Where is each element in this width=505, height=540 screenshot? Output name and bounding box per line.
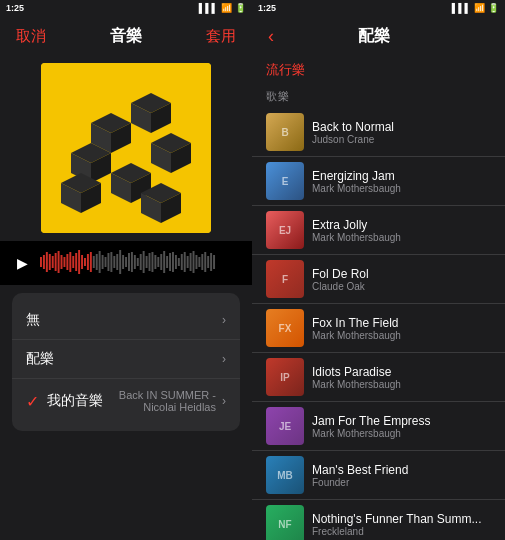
song-artist-back-to-normal: Judson Crane — [312, 134, 491, 145]
song-artist-fox-in-the-field: Mark Mothersbaugh — [312, 330, 491, 341]
right-status-bar: 1:25 ▌▌▌ 📶 🔋 — [252, 0, 505, 14]
song-info-extra-jolly: Extra JollyMark Mothersbaugh — [312, 218, 491, 243]
svg-rect-65 — [166, 256, 168, 268]
svg-rect-70 — [181, 254, 183, 270]
svg-rect-48 — [116, 254, 118, 270]
song-item-idiots-paradise[interactable]: IPIdiots ParadiseMark Mothersbaugh — [252, 353, 505, 402]
song-thumb-energizing-jam: E — [266, 162, 304, 200]
right-header: ‹ 配樂 — [252, 14, 505, 55]
apply-button[interactable]: 套用 — [206, 27, 236, 46]
song-item-nothings-funner[interactable]: NFNothing's Funner Than Summ...Frecklela… — [252, 500, 505, 540]
song-info-fol-de-rol: Fol De RolClaude Oak — [312, 267, 491, 292]
svg-rect-69 — [178, 258, 180, 266]
right-time: 1:25 — [258, 3, 276, 13]
svg-rect-39 — [90, 252, 92, 272]
svg-rect-72 — [187, 256, 189, 268]
song-artist-mans-best-friend: Founder — [312, 477, 491, 488]
song-item-energizing-jam[interactable]: EEnergizing JamMark Mothersbaugh — [252, 157, 505, 206]
svg-rect-54 — [134, 255, 136, 269]
svg-rect-60 — [151, 252, 153, 272]
chevron-right-icon-2: › — [222, 352, 226, 366]
play-button[interactable]: ▶ — [8, 249, 36, 277]
right-signal-icon: ▌▌▌ — [452, 3, 471, 13]
waveform-container: ▶ — [0, 241, 252, 285]
cube-art-svg — [41, 63, 211, 233]
song-artist-energizing-jam: Mark Mothersbaugh — [312, 183, 491, 194]
option-my-music[interactable]: ✓ 我的音樂 Back IN SUMMER - Nicolai Heidlas … — [12, 379, 240, 423]
song-artist-extra-jolly: Mark Mothersbaugh — [312, 232, 491, 243]
svg-rect-50 — [122, 255, 124, 269]
svg-rect-31 — [66, 254, 68, 270]
song-thumb-nothings-funner: NF — [266, 505, 304, 540]
song-artist-idiots-paradise: Mark Mothersbaugh — [312, 379, 491, 390]
song-item-mans-best-friend[interactable]: MBMan's Best FriendFounder — [252, 451, 505, 500]
right-wifi-icon: 📶 — [474, 3, 485, 13]
cancel-button[interactable]: 取消 — [16, 27, 46, 46]
song-thumb-fol-de-rol: F — [266, 260, 304, 298]
song-thumb-fox-in-the-field: FX — [266, 309, 304, 347]
song-list: BBack to NormalJudson CraneEEnergizing J… — [252, 108, 505, 540]
svg-rect-67 — [172, 252, 174, 272]
option-soundtrack-label: 配樂 — [26, 350, 54, 368]
svg-rect-34 — [75, 253, 77, 271]
song-item-extra-jolly[interactable]: EJExtra JollyMark Mothersbaugh — [252, 206, 505, 255]
left-header: 取消 音樂 套用 — [0, 14, 252, 55]
svg-rect-36 — [81, 255, 83, 269]
right-panel-title: 配樂 — [282, 26, 465, 47]
song-info-jam-for-the-empress: Jam For The EmpressMark Mothersbaugh — [312, 414, 491, 439]
svg-rect-42 — [99, 251, 101, 273]
right-panel: 1:25 ▌▌▌ 📶 🔋 ‹ 配樂 流行樂 歌樂 BBack to Normal… — [252, 0, 505, 540]
my-music-subtitle: Back IN SUMMER - Nicolai Heidlas — [103, 389, 216, 413]
song-title-back-to-normal: Back to Normal — [312, 120, 491, 134]
song-artist-jam-for-the-empress: Mark Mothersbaugh — [312, 428, 491, 439]
svg-rect-57 — [143, 251, 145, 273]
song-item-fol-de-rol[interactable]: FFol De RolClaude Oak — [252, 255, 505, 304]
song-title-fox-in-the-field: Fox In The Field — [312, 316, 491, 330]
svg-rect-52 — [128, 253, 130, 271]
song-info-back-to-normal: Back to NormalJudson Crane — [312, 120, 491, 145]
song-thumb-idiots-paradise: IP — [266, 358, 304, 396]
song-info-energizing-jam: Energizing JamMark Mothersbaugh — [312, 169, 491, 194]
svg-rect-44 — [105, 257, 107, 267]
svg-rect-35 — [78, 250, 80, 274]
options-list: 無 › 配樂 › ✓ 我的音樂 Back IN SUMMER - Nicolai… — [12, 293, 240, 431]
wifi-icon: 📶 — [221, 3, 232, 13]
song-item-jam-for-the-empress[interactable]: JEJam For The EmpressMark Mothersbaugh — [252, 402, 505, 451]
song-thumb-back-to-normal: B — [266, 113, 304, 151]
back-button[interactable]: ‹ — [268, 26, 274, 47]
svg-rect-66 — [169, 253, 171, 271]
song-item-fox-in-the-field[interactable]: FXFox In The FieldMark Mothersbaugh — [252, 304, 505, 353]
song-title-mans-best-friend: Man's Best Friend — [312, 463, 491, 477]
song-title-energizing-jam: Energizing Jam — [312, 169, 491, 183]
option-none-label: 無 — [26, 311, 40, 329]
song-thumb-extra-jolly: EJ — [266, 211, 304, 249]
svg-rect-68 — [175, 255, 177, 269]
svg-rect-40 — [93, 256, 95, 268]
album-artwork — [41, 63, 211, 233]
svg-rect-53 — [131, 252, 133, 272]
option-soundtrack[interactable]: 配樂 › — [12, 340, 240, 379]
option-none[interactable]: 無 › — [12, 301, 240, 340]
svg-rect-73 — [190, 253, 192, 271]
song-info-idiots-paradise: Idiots ParadiseMark Mothersbaugh — [312, 365, 491, 390]
svg-rect-62 — [157, 257, 159, 267]
svg-rect-38 — [87, 254, 89, 270]
svg-rect-63 — [160, 254, 162, 270]
svg-rect-28 — [58, 251, 60, 273]
song-item-back-to-normal[interactable]: BBack to NormalJudson Crane — [252, 108, 505, 157]
svg-rect-23 — [43, 255, 45, 269]
song-title-idiots-paradise: Idiots Paradise — [312, 365, 491, 379]
song-info-nothings-funner: Nothing's Funner Than Summ...Freckleland — [312, 512, 491, 537]
svg-rect-27 — [55, 253, 57, 271]
section-label-music: 歌樂 — [252, 81, 505, 108]
svg-rect-80 — [210, 253, 212, 271]
song-thumb-mans-best-friend: MB — [266, 456, 304, 494]
svg-rect-37 — [84, 258, 86, 266]
svg-rect-29 — [61, 255, 63, 269]
left-status-bar: 1:25 ▌▌▌ 📶 🔋 — [0, 0, 252, 14]
svg-rect-77 — [201, 254, 203, 270]
svg-rect-25 — [49, 254, 51, 270]
svg-rect-56 — [140, 254, 142, 270]
song-title-jam-for-the-empress: Jam For The Empress — [312, 414, 491, 428]
genre-header: 流行樂 — [252, 55, 505, 81]
